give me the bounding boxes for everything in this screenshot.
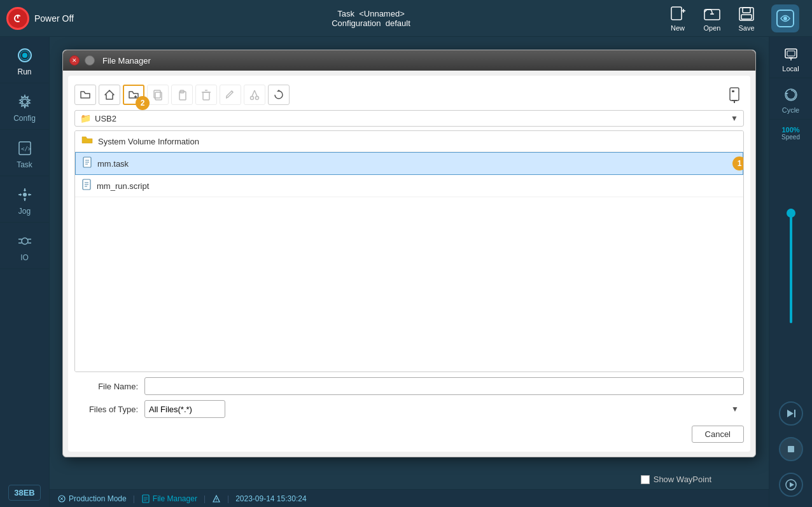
task-icon: </> [15, 139, 34, 158]
dialog-title: File Manager [102, 56, 151, 66]
svg-rect-2 [671, 7, 682, 20]
cancel-button[interactable]: Cancel [692, 426, 744, 443]
left-sidebar: Run Config </> Task Jog IO 38EB [0, 0, 50, 507]
new-button[interactable]: New [668, 5, 687, 32]
speed-slider[interactable] [790, 141, 792, 391]
play-button[interactable] [779, 473, 803, 497]
sidebar-bottom: 38EB [0, 485, 49, 507]
file-item-system-volume[interactable]: System Volume Information [75, 131, 743, 152]
save-button[interactable]: Save [737, 5, 756, 32]
file-type-row: Files of Type: All Files(*.*) Task Files… [74, 400, 744, 418]
status-divider-1: | [133, 494, 135, 503]
svg-rect-41 [788, 446, 794, 452]
svg-rect-74 [143, 495, 149, 503]
svg-point-16 [22, 99, 27, 104]
rs-item-local[interactable]: Local [769, 37, 812, 78]
config-info: Configuration default [332, 18, 410, 28]
svg-rect-9 [743, 8, 750, 13]
save-icon [737, 5, 756, 23]
new-icon [668, 5, 687, 23]
svg-rect-64 [732, 90, 734, 92]
paste-button[interactable] [171, 85, 193, 105]
production-mode-status: Production Mode [57, 494, 127, 503]
local-icon [782, 45, 800, 62]
waypoint-checkbox[interactable] [641, 475, 650, 484]
svg-line-59 [255, 90, 257, 97]
svg-rect-61 [730, 88, 739, 101]
stop-button[interactable] [779, 437, 803, 461]
status-divider-2: | [204, 494, 206, 503]
io-icon [15, 232, 34, 251]
power-off-button[interactable]: Power Off [6, 7, 74, 30]
file-location-bar: 📁 USB2 ▼ [74, 110, 744, 127]
refresh-button[interactable] [268, 85, 290, 105]
svg-point-56 [251, 97, 254, 100]
svg-marker-43 [790, 482, 794, 487]
file-manager-status[interactable]: File Manager [141, 494, 197, 503]
power-off-label: Power Off [34, 13, 74, 24]
dialog-minimize-button[interactable] [85, 55, 95, 66]
dialog-body: 2 [68, 76, 750, 452]
waypoint-label: Show WayPoint [654, 475, 711, 484]
speed-thumb[interactable] [787, 209, 795, 218]
sidebar-item-run[interactable]: Run [0, 37, 49, 83]
cycle-icon [782, 86, 800, 104]
svg-point-12 [783, 17, 787, 20]
config-label: Config [13, 114, 36, 123]
skip-button[interactable] [779, 401, 803, 426]
copy-button[interactable] [147, 85, 169, 105]
svg-marker-27 [29, 193, 31, 196]
location-dropdown[interactable]: ▼ [731, 114, 738, 123]
cut-button[interactable] [244, 85, 265, 105]
speed-fill [790, 209, 792, 323]
svg-marker-26 [18, 193, 21, 196]
task-file-icon [82, 156, 92, 170]
brand-logo [771, 4, 799, 32]
file-type-select[interactable]: All Files(*.*) Task Files(*.task) Script… [144, 400, 225, 418]
edit-button[interactable] [220, 85, 241, 105]
right-sidebar: Local Cycle 100% Speed [769, 0, 812, 507]
file-name-mm-run-script: mm_run.script [97, 181, 149, 191]
step-2-badge: 2 [136, 96, 150, 110]
datetime-status: 2023-09-14 15:30:24 [235, 494, 306, 503]
home-button[interactable] [99, 85, 120, 105]
production-mode-icon [57, 494, 66, 503]
file-name-input[interactable] [144, 377, 744, 395]
svg-point-80 [216, 500, 216, 501]
sidebar-item-task[interactable]: </> Task [0, 130, 49, 176]
open-button[interactable]: Open [703, 5, 722, 32]
svg-marker-39 [787, 410, 794, 417]
waypoint-area: Show WayPoint [641, 475, 711, 484]
local-label: Local [782, 65, 799, 73]
svg-rect-51 [203, 92, 209, 100]
svg-text:</>: </> [21, 146, 32, 152]
file-item-mm-run-script[interactable]: mm_run.script [75, 175, 743, 197]
power-circle-icon [6, 7, 29, 30]
svg-marker-24 [24, 188, 26, 191]
sidebar-item-jog[interactable]: Jog [0, 176, 49, 223]
delete-button[interactable] [195, 85, 217, 105]
new-folder-button[interactable]: 2 [123, 85, 144, 105]
file-item-mm-task[interactable]: mm.task 1 [75, 152, 743, 175]
svg-point-14 [22, 53, 27, 58]
step-1-badge: 1 [732, 156, 744, 170]
select-arrow-icon: ▼ [731, 405, 739, 413]
open-folder-button[interactable] [74, 85, 96, 105]
task-label: Task [17, 160, 32, 169]
sidebar-item-io[interactable]: IO [0, 223, 49, 269]
top-center-info: Task <Unnamed> Configuration default [74, 9, 668, 28]
rs-item-cycle[interactable]: Cycle [769, 78, 812, 120]
dialog-titlebar: ✕ File Manager [63, 50, 755, 71]
dialog-close-button[interactable]: ✕ [69, 55, 80, 66]
jog-icon [15, 185, 34, 204]
speed-label: Speed [781, 134, 800, 141]
status-bar: Production Mode | File Manager | | 2023-… [50, 489, 769, 507]
file-manager-dialog: ✕ File Manager 2 [62, 50, 756, 457]
folder-file-icon [81, 135, 93, 148]
svg-point-57 [256, 97, 259, 100]
file-type-select-wrapper: All Files(*.*) Task Files(*.task) Script… [144, 400, 744, 418]
sidebar-item-config[interactable]: Config [0, 83, 49, 130]
io-label: IO [20, 253, 29, 262]
file-type-label: Files of Type: [74, 405, 138, 414]
file-manager-status-icon [141, 494, 150, 503]
